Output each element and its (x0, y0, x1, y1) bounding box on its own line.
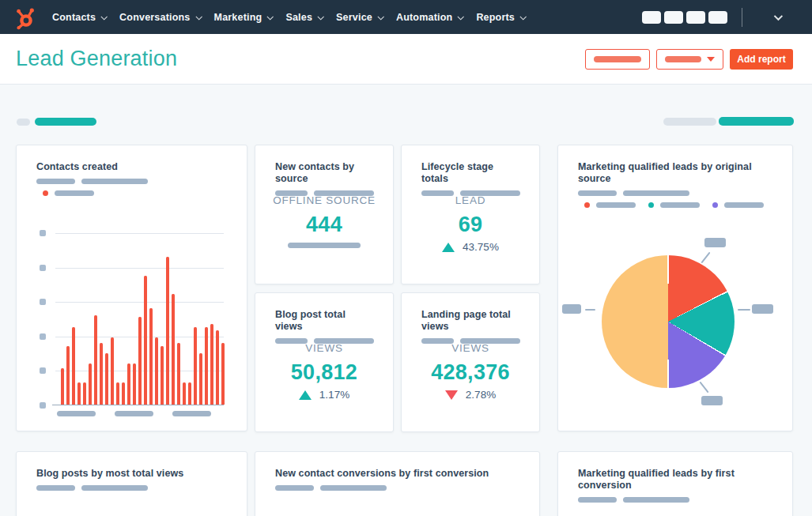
subtitle-bar (275, 485, 314, 491)
bar (100, 343, 103, 405)
filter-action-pill[interactable] (719, 117, 794, 126)
legend-label-placeholder (55, 190, 94, 196)
pie-callout-line (701, 252, 710, 264)
nav-item-label: Conversations (119, 12, 190, 23)
legend-label-placeholder (596, 202, 636, 208)
dashboard-action-button[interactable] (585, 49, 650, 70)
bar (83, 382, 86, 405)
x-axis-tick-placeholder (115, 411, 153, 416)
card-subtitle-placeholder (578, 190, 773, 196)
card-mql-by-original-source: Marketing qualified leads by original so… (557, 145, 793, 431)
x-axis-tick-placeholder (172, 411, 211, 416)
stat-label: VIEWS (255, 342, 393, 354)
legend-dot (43, 190, 48, 196)
stat-value: 428,376 (402, 360, 539, 385)
bar (111, 337, 114, 405)
legend-item (43, 190, 94, 196)
stat-value: 444 (255, 213, 393, 237)
bar (149, 308, 153, 405)
chevron-down-icon (195, 13, 202, 20)
button-label-placeholder (594, 56, 641, 62)
nav-item-sales[interactable]: Sales (285, 12, 323, 23)
page-title: Lead Generation (16, 47, 177, 71)
account-chevron-down-icon[interactable] (774, 11, 783, 20)
nav-item-label: Service (336, 12, 372, 23)
filter-placeholder-pill[interactable] (17, 119, 30, 126)
y-axis-tick-placeholder (40, 265, 46, 271)
top-nav: ContactsConversationsMarketingSalesServi… (0, 0, 812, 34)
y-axis-tick-placeholder (40, 333, 46, 340)
subtitle-bar (578, 497, 617, 503)
dashboard-actions-dropdown[interactable] (656, 49, 723, 70)
subtitle-bar (81, 485, 148, 491)
bar (144, 276, 147, 405)
card-title: Contacts created (36, 161, 228, 173)
nav-item-label: Contacts (52, 12, 96, 23)
nav-right-toolbar (639, 8, 803, 27)
bar (77, 382, 81, 405)
nav-item-label: Automation (396, 12, 452, 23)
nav-menu: ContactsConversationsMarketingSalesServi… (52, 12, 525, 23)
bar-series (61, 232, 225, 405)
toolbar-icon[interactable] (664, 11, 683, 24)
y-axis-tick-placeholder (40, 230, 46, 236)
pie-callout-line (585, 309, 595, 311)
toolbar-icon[interactable] (686, 11, 705, 24)
pie-callout-line (738, 309, 750, 311)
toolbar-icon[interactable] (708, 11, 727, 24)
y-axis-tick-placeholder (40, 367, 46, 374)
subtitle-bar (320, 485, 387, 491)
nav-item-label: Marketing (214, 12, 262, 23)
bar (133, 363, 136, 405)
bar (205, 327, 208, 405)
bar (199, 353, 202, 405)
nav-item-contacts[interactable]: Contacts (52, 12, 106, 23)
legend-dot (648, 202, 654, 208)
card-title: New contact conversions by first convers… (275, 468, 520, 480)
toolbar-icon[interactable] (642, 11, 661, 24)
pie-callout-label-placeholder (752, 304, 773, 314)
nav-item-marketing[interactable]: Marketing (214, 12, 273, 23)
card-blog-posts-by-most-total-views: Blog posts by most total views (16, 451, 247, 516)
card-title: New contacts by source (275, 161, 374, 185)
pie-callout-label-placeholder (704, 238, 726, 247)
subtitle-bar (578, 190, 617, 196)
arrow-up-icon (299, 390, 312, 400)
card-subtitle-placeholder (36, 485, 228, 491)
bar (210, 324, 213, 405)
chevron-down-icon (101, 13, 108, 20)
filter-placeholder-pill[interactable] (663, 118, 716, 126)
card-subtitle-placeholder (275, 485, 520, 491)
pie-chart-legend (584, 202, 773, 208)
subtitle-bar (36, 485, 75, 491)
date-filter-pill[interactable] (35, 118, 96, 126)
mql-pie-chart (602, 255, 735, 388)
legend-item (712, 202, 764, 208)
chevron-down-icon (519, 13, 526, 20)
x-axis-tick-placeholders (57, 411, 211, 416)
hubspot-logo-icon[interactable] (11, 4, 38, 31)
nav-item-conversations[interactable]: Conversations (119, 12, 200, 23)
legend-label-placeholder (724, 202, 764, 208)
bar (172, 294, 175, 405)
nav-item-service[interactable]: Service (336, 12, 383, 23)
card-mql-by-first-conversion: Marketing qualified leads by first conve… (557, 451, 793, 516)
page-header: Lead Generation Add report (0, 34, 812, 85)
arrow-down-icon (445, 390, 458, 400)
bar (155, 337, 158, 405)
bar (94, 315, 97, 405)
stat-label: VIEWS (402, 342, 539, 354)
bar (161, 346, 164, 405)
nav-item-label: Sales (285, 12, 312, 23)
bar (116, 382, 119, 405)
bar (194, 327, 197, 405)
bar (138, 317, 142, 405)
pie-callout-label-placeholder (701, 396, 723, 405)
nav-item-automation[interactable]: Automation (396, 12, 463, 23)
bar (183, 382, 186, 405)
card-landing-page-total-views: Landing page total views VIEWS 428,376 2… (401, 292, 540, 432)
card-title: Marketing qualified leads by original so… (578, 161, 773, 185)
legend-item (648, 202, 700, 208)
nav-item-reports[interactable]: Reports (476, 12, 525, 23)
add-report-button[interactable]: Add report (730, 49, 793, 70)
